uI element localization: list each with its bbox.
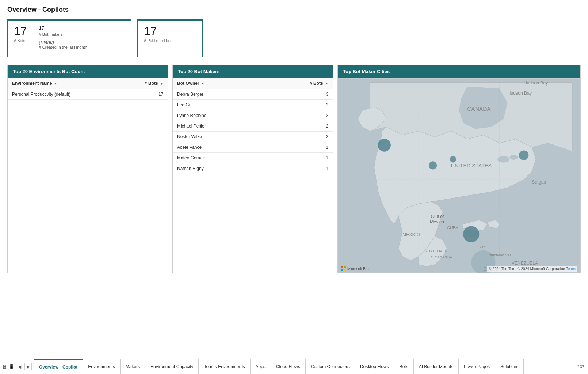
table-row: Michael Peltier2 (173, 121, 333, 132)
tab-power-pages[interactable]: Power Pages (459, 359, 495, 374)
page-title: Overview - Copilots (7, 6, 581, 14)
maker-bots: 2 (266, 121, 333, 132)
tab-makers[interactable]: Makers (121, 359, 145, 374)
svg-text:Gulf of: Gulf of (431, 214, 444, 219)
map-dot-seattle (378, 139, 391, 151)
tab-bar-controls: 🖥 📱 ◀ ▶ (0, 363, 34, 370)
tab-cloud-flows[interactable]: Cloud Flows (271, 359, 306, 374)
maker-name: Debra Berger (173, 89, 266, 100)
table-row: Nathan Rigby1 (173, 163, 333, 174)
svg-text:MEXICO: MEXICO (402, 232, 420, 237)
table-row: Nestor Wilke2 (173, 132, 333, 142)
tab-env-capacity[interactable]: Environment Capacity (145, 359, 199, 374)
tab-overview-copilot[interactable]: Overview - Copilot (34, 359, 83, 374)
env-name: Personal Productivity (default) (8, 89, 121, 100)
kpi-bots-left: 17 # Bots (14, 25, 33, 52)
published-count: 17 (144, 25, 196, 37)
bot-makers-count: 17 (39, 25, 87, 31)
tab-apps[interactable]: Apps (251, 359, 271, 374)
svg-text:Hudson Bay: Hudson Bay (508, 91, 532, 96)
svg-text:NICARAGUA: NICARAGUA (431, 255, 453, 259)
maker-bots: 1 (266, 163, 333, 174)
svg-text:UNITED STATES: UNITED STATES (451, 163, 492, 169)
env-panel-header: Top 20 Environments Bot Count (8, 65, 168, 78)
env-bots-sort-icon: ▼ (160, 82, 163, 86)
maker-name: Michael Peltier (173, 121, 266, 132)
kpi-card-published: 17 # Published bots (137, 19, 203, 57)
env-bots: 17 (121, 89, 168, 100)
bing-text: Microsoft Bing (347, 267, 370, 271)
maker-name: Nestor Wilke (173, 132, 266, 142)
makers-panel: Top 20 Bot Makers Bot Owner ▼ # Bots ▼ (172, 65, 333, 273)
kpi-bots-right: 17 # Bot makers (Blank) # Created in the… (39, 25, 87, 52)
tab-solutions[interactable]: Solutions (495, 359, 524, 374)
maker-bots: 1 (266, 142, 333, 153)
env-sort-icon: ▼ (54, 82, 57, 86)
svg-text:Sargas: Sargas (532, 180, 546, 185)
map-panel: Top Bot Maker Cities (337, 65, 581, 273)
map-dot-eastcoast (519, 150, 529, 160)
maker-bots: 1 (266, 153, 333, 163)
makers-bots-sort-icon: ▼ (325, 82, 328, 86)
maker-name: Lynne Robbins (173, 110, 266, 121)
svg-text:CANADA: CANADA (467, 106, 491, 112)
created-blank: (Blank) (39, 39, 87, 45)
svg-point-2 (497, 156, 509, 163)
svg-rect-27 (344, 266, 346, 268)
map-container: Gulf of Mexico CANADA UNITED STATES MEXI… (338, 78, 580, 273)
map-dot-midwest (450, 156, 457, 163)
env-col-bots[interactable]: # Bots ▼ (121, 78, 168, 89)
makers-col-owner[interactable]: Bot Owner ▼ (173, 78, 266, 89)
table-row: Lynne Robbins2 (173, 110, 333, 121)
table-row: Lee Gu2 (173, 100, 333, 110)
published-label: # Published bots (144, 38, 196, 43)
bots-count: 17 (14, 25, 27, 37)
kpi-card-bots: 17 # Bots 17 # Bot makers (Blank) # Crea… (7, 19, 131, 57)
tabs-container: Overview - CopilotEnvironmentsMakersEnvi… (34, 359, 573, 374)
kpi-row: 17 # Bots 17 # Bot makers (Blank) # Crea… (7, 19, 581, 57)
map-bing-credit: Microsoft Bing (341, 266, 370, 272)
map-panel-header: Top Bot Maker Cities (338, 65, 580, 78)
svg-point-3 (509, 155, 518, 160)
makers-panel-header: Top 20 Bot Makers (173, 65, 333, 78)
env-panel: Top 20 Environments Bot Count Environmen… (7, 65, 168, 273)
makers-table: Bot Owner ▼ # Bots ▼ Debra Berger3Lee Gu… (173, 78, 333, 174)
tab-nav-right[interactable]: ▶ (24, 363, 32, 370)
bot-makers-label: # Bot makers (39, 32, 87, 37)
svg-text:CUBA: CUBA (447, 226, 458, 230)
bots-label: # Bots (14, 38, 27, 43)
tab-bots[interactable]: Bots (394, 359, 414, 374)
makers-col-bots[interactable]: # Bots ▼ (266, 78, 333, 89)
tab-environments[interactable]: Environments (83, 359, 120, 374)
maker-name: Mateo Gomez (173, 153, 266, 163)
tab-custom-connectors[interactable]: Custom Connectors (306, 359, 355, 374)
page-indicator: # 37 (573, 364, 588, 369)
maker-bots: 2 (266, 110, 333, 121)
maker-bots: 3 (266, 89, 333, 100)
map-credit: © 2024 TomTom, © 2024 Microsoft Corporat… (487, 266, 577, 272)
maker-name: Nathan Rigby (173, 163, 266, 174)
table-row: Mateo Gomez1 (173, 153, 333, 163)
maker-name: Lee Gu (173, 100, 266, 110)
table-row: Adele Vance1 (173, 142, 333, 153)
tab-nav-left[interactable]: ◀ (16, 363, 23, 370)
tab-desktop-flows[interactable]: Desktop Flows (355, 359, 394, 374)
main-content: Overview - Copilots 17 # Bots 17 # Bot m… (0, 0, 588, 359)
env-panel-body: Environment Name ▼ # Bots ▼ Personal Pro… (8, 78, 168, 273)
tab-ai-builder[interactable]: AI Builder Models (414, 359, 459, 374)
svg-text:Caribbean Sea: Caribbean Sea (487, 253, 512, 257)
created-label: # Created in the last month (39, 45, 87, 49)
svg-text:HAITI: HAITI (467, 237, 477, 241)
panels-row: Top 20 Environments Bot Count Environmen… (7, 65, 581, 273)
terms-link[interactable]: Terms (566, 267, 576, 271)
env-table: Environment Name ▼ # Bots ▼ Personal Pro… (8, 78, 168, 100)
tab-teams-environments[interactable]: Teams Environments (199, 359, 250, 374)
svg-rect-28 (341, 269, 343, 271)
svg-text:GUATEMALA: GUATEMALA (425, 249, 447, 253)
tab-bar: 🖥 📱 ◀ ▶ Overview - CopilotEnvironmentsMa… (0, 359, 588, 374)
env-col-name[interactable]: Environment Name ▼ (8, 78, 121, 89)
table-row: Debra Berger3 (173, 89, 333, 100)
maker-name: Adele Vance (173, 142, 266, 153)
makers-panel-body: Bot Owner ▼ # Bots ▼ Debra Berger3Lee Gu… (173, 78, 333, 273)
maker-bots: 2 (266, 132, 333, 142)
